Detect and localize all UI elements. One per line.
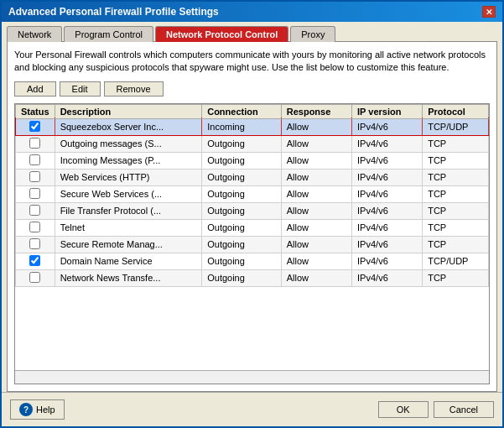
row-checkbox[interactable] bbox=[29, 171, 40, 182]
col-header-description: Description bbox=[55, 104, 202, 118]
status-cell bbox=[16, 219, 55, 236]
connection-cell: Outgoing bbox=[202, 253, 282, 269]
status-cell bbox=[16, 253, 55, 269]
table-header-row: Status Description Connection Response I… bbox=[16, 104, 489, 118]
col-header-ip-version: IP version bbox=[352, 104, 423, 118]
table-row[interactable]: Secure Remote Manag...OutgoingAllowIPv4/… bbox=[16, 236, 489, 253]
table-row[interactable]: Secure Web Services (...OutgoingAllowIPv… bbox=[16, 185, 489, 202]
ip_version-cell: IPv4/v6 bbox=[352, 219, 423, 236]
response-cell: Allow bbox=[281, 185, 351, 202]
row-checkbox[interactable] bbox=[29, 205, 40, 216]
ip_version-cell: IPv4/v6 bbox=[352, 169, 423, 185]
tab-proxy[interactable]: Proxy bbox=[290, 26, 335, 42]
response-cell: Allow bbox=[281, 152, 351, 169]
table-row[interactable]: Squeezebox Server Inc...IncomingAllowIPv… bbox=[16, 118, 489, 135]
protocol-cell: TCP/UDP bbox=[423, 118, 489, 135]
table-body: Squeezebox Server Inc...IncomingAllowIPv… bbox=[16, 118, 489, 286]
connection-cell: Outgoing bbox=[202, 236, 282, 253]
description-cell: Web Services (HTTP) bbox=[55, 169, 202, 185]
connection-cell: Outgoing bbox=[202, 135, 282, 152]
status-cell bbox=[16, 185, 55, 202]
ip_version-cell: IPv4/v6 bbox=[352, 135, 423, 152]
protocol-cell: TCP bbox=[423, 269, 489, 286]
protocol-table-container: Status Description Connection Response I… bbox=[14, 103, 490, 384]
remove-button[interactable]: Remove bbox=[104, 81, 164, 97]
close-button[interactable]: ✕ bbox=[482, 6, 496, 18]
tab-program-control[interactable]: Program Control bbox=[64, 26, 153, 42]
connection-cell: Incoming bbox=[202, 118, 282, 135]
protocol-cell: TCP/UDP bbox=[423, 253, 489, 269]
window-title: Advanced Personal Firewall Profile Setti… bbox=[8, 6, 219, 18]
status-cell bbox=[16, 269, 55, 286]
ip_version-cell: IPv4/v6 bbox=[352, 152, 423, 169]
tab-bar: Network Program Control Network Protocol… bbox=[2, 22, 502, 41]
response-cell: Allow bbox=[281, 135, 351, 152]
add-button[interactable]: Add bbox=[14, 81, 56, 97]
protocol-cell: TCP bbox=[423, 135, 489, 152]
ip_version-cell: IPv4/v6 bbox=[352, 118, 423, 135]
response-cell: Allow bbox=[281, 202, 351, 219]
connection-cell: Outgoing bbox=[202, 269, 282, 286]
connection-cell: Outgoing bbox=[202, 169, 282, 185]
description-cell: Outgoing messages (S... bbox=[55, 135, 202, 152]
status-cell bbox=[16, 169, 55, 185]
row-checkbox[interactable] bbox=[29, 238, 40, 249]
table-scroll[interactable]: Status Description Connection Response I… bbox=[15, 104, 489, 370]
tab-network-protocol-control[interactable]: Network Protocol Control bbox=[155, 26, 288, 42]
protocol-cell: TCP bbox=[423, 219, 489, 236]
response-cell: Allow bbox=[281, 269, 351, 286]
row-checkbox[interactable] bbox=[29, 272, 40, 283]
row-checkbox[interactable] bbox=[29, 138, 40, 149]
description-cell: Incoming Messages (P... bbox=[55, 152, 202, 169]
help-icon: ? bbox=[19, 403, 33, 416]
row-checkbox[interactable] bbox=[29, 188, 40, 199]
table-row[interactable]: Network News Transfe...OutgoingAllowIPv4… bbox=[16, 269, 489, 286]
table-row[interactable]: TelnetOutgoingAllowIPv4/v6TCP bbox=[16, 219, 489, 236]
response-cell: Allow bbox=[281, 118, 351, 135]
protocol-cell: TCP bbox=[423, 169, 489, 185]
ip_version-cell: IPv4/v6 bbox=[352, 202, 423, 219]
main-window: Advanced Personal Firewall Profile Setti… bbox=[0, 0, 504, 428]
help-label: Help bbox=[36, 405, 55, 415]
protocol-cell: TCP bbox=[423, 185, 489, 202]
connection-cell: Outgoing bbox=[202, 185, 282, 202]
protocol-cell: TCP bbox=[423, 202, 489, 219]
status-cell bbox=[16, 152, 55, 169]
connection-cell: Outgoing bbox=[202, 219, 282, 236]
protocol-cell: TCP bbox=[423, 152, 489, 169]
ip_version-cell: IPv4/v6 bbox=[352, 236, 423, 253]
footer: ? Help OK Cancel bbox=[2, 392, 502, 426]
col-header-connection: Connection bbox=[202, 104, 282, 118]
row-checkbox[interactable] bbox=[29, 255, 40, 266]
toolbar: Add Edit Remove bbox=[14, 81, 490, 97]
status-cell bbox=[16, 135, 55, 152]
protocol-table: Status Description Connection Response I… bbox=[15, 104, 489, 287]
footer-actions: OK Cancel bbox=[378, 401, 494, 418]
ip_version-cell: IPv4/v6 bbox=[352, 185, 423, 202]
description-cell: Telnet bbox=[55, 219, 202, 236]
row-checkbox[interactable] bbox=[29, 154, 40, 165]
response-cell: Allow bbox=[281, 236, 351, 253]
description-cell: File Transfer Protocol (... bbox=[55, 202, 202, 219]
ok-button[interactable]: OK bbox=[378, 401, 429, 418]
table-row[interactable]: Domain Name ServiceOutgoingAllowIPv4/v6T… bbox=[16, 253, 489, 269]
status-cell bbox=[16, 202, 55, 219]
description-cell: Secure Web Services (... bbox=[55, 185, 202, 202]
cancel-button[interactable]: Cancel bbox=[434, 401, 494, 418]
status-cell bbox=[16, 118, 55, 135]
table-row[interactable]: File Transfer Protocol (...OutgoingAllow… bbox=[16, 202, 489, 219]
tab-network[interactable]: Network bbox=[7, 26, 62, 42]
row-checkbox[interactable] bbox=[29, 222, 40, 232]
table-row[interactable]: Incoming Messages (P...OutgoingAllowIPv4… bbox=[16, 152, 489, 169]
ip_version-cell: IPv4/v6 bbox=[352, 253, 423, 269]
edit-button[interactable]: Edit bbox=[60, 81, 101, 97]
table-row[interactable]: Web Services (HTTP)OutgoingAllowIPv4/v6T… bbox=[16, 169, 489, 185]
table-row[interactable]: Outgoing messages (S...OutgoingAllowIPv4… bbox=[16, 135, 489, 152]
description-text: Your Personal Firewall controls which co… bbox=[14, 49, 490, 75]
response-cell: Allow bbox=[281, 169, 351, 185]
row-checkbox[interactable] bbox=[29, 121, 40, 132]
description-cell: Network News Transfe... bbox=[55, 269, 202, 286]
horizontal-scrollbar[interactable] bbox=[15, 370, 489, 384]
help-button[interactable]: ? Help bbox=[10, 399, 65, 420]
col-header-protocol: Protocol bbox=[423, 104, 489, 118]
